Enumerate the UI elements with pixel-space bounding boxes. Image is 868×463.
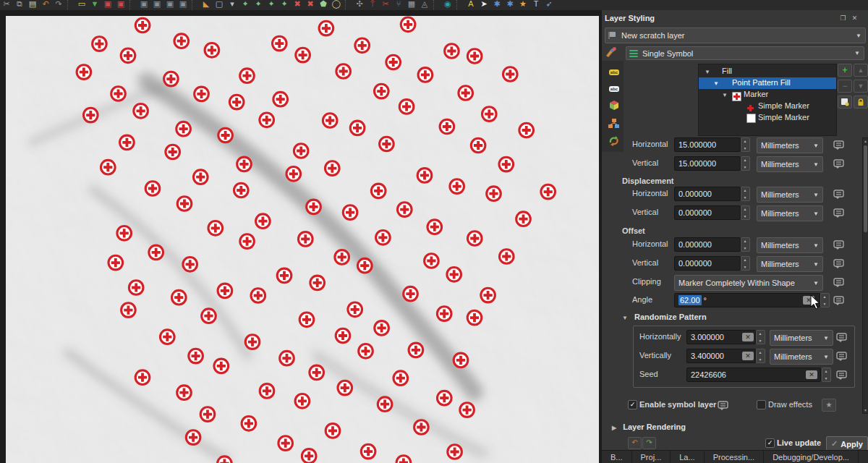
- settings-scrollbar[interactable]: ▲ ▼: [862, 137, 868, 414]
- displacement-horizontal-spinner[interactable]: [741, 187, 750, 201]
- clipping-select[interactable]: Marker Completely Within Shape▼: [674, 275, 823, 291]
- label-tool-icon[interactable]: ▣: [163, 0, 176, 10]
- angle-input[interactable]: 62.00 °: [674, 293, 820, 307]
- redo-icon[interactable]: ↷: [52, 0, 65, 10]
- tree-row-marker[interactable]: ▼ Marker: [699, 89, 836, 101]
- enable-symbol-layer-checkbox[interactable]: ✓: [628, 400, 637, 409]
- randomize-vertical-unit[interactable]: Millimeters▼: [770, 349, 833, 365]
- columns-icon[interactable]: ▦: [405, 0, 418, 10]
- size-vertical-spinner[interactable]: [741, 156, 750, 171]
- remove-layer-icon[interactable]: ✖: [291, 0, 304, 10]
- text-icon[interactable]: T: [529, 0, 542, 10]
- undo-icon[interactable]: ↶: [39, 0, 52, 10]
- globe-icon[interactable]: ◉: [441, 0, 454, 10]
- tree-row-fill[interactable]: ▼ Fill: [699, 66, 836, 77]
- new-layer-icon[interactable]: ✦: [239, 0, 252, 10]
- topology-icon[interactable]: ⑂: [392, 0, 405, 10]
- data-defined-override-icon[interactable]: [832, 138, 846, 151]
- digitize-icon[interactable]: ⍑: [366, 0, 379, 10]
- delta-icon[interactable]: ◬: [418, 0, 431, 10]
- displacement-vertical-spinner[interactable]: [741, 205, 750, 220]
- data-defined-override-icon[interactable]: [835, 368, 849, 381]
- tab-layers[interactable]: La...: [671, 451, 704, 463]
- tab-browser[interactable]: B...: [602, 451, 632, 463]
- lock-icon[interactable]: [854, 95, 868, 109]
- node-blue2-icon[interactable]: ✱: [503, 0, 516, 10]
- scrollbar-thumb[interactable]: [864, 145, 867, 232]
- clear-value-icon[interactable]: ✕: [742, 333, 754, 341]
- auto-label-icon[interactable]: A: [464, 0, 477, 10]
- vertex-tool-icon[interactable]: ✣: [353, 0, 366, 10]
- redo-style-button[interactable]: ↷: [642, 437, 656, 449]
- size-horizontal-unit[interactable]: Millimeters▼: [757, 137, 823, 153]
- move-down-button[interactable]: ▼: [854, 80, 868, 93]
- data-defined-override-icon[interactable]: [716, 399, 731, 412]
- data-defined-override-icon[interactable]: [835, 331, 849, 344]
- label-color-icon[interactable]: ▼: [88, 0, 101, 10]
- copy-icon[interactable]: ⧉: [13, 0, 26, 10]
- effects-star-icon[interactable]: ★: [822, 399, 836, 412]
- collapse-caret-icon[interactable]: ▼: [722, 92, 728, 98]
- offset-horizontal-input[interactable]: 0.000000: [674, 237, 741, 252]
- scroll-up-icon[interactable]: ▲: [863, 139, 868, 143]
- randomize-horizontal-unit[interactable]: Millimeters▼: [770, 330, 833, 346]
- size-vertical-input[interactable]: 15.000000: [674, 156, 741, 171]
- duplicate-button[interactable]: [838, 95, 852, 109]
- measure-icon[interactable]: ◣: [200, 0, 213, 10]
- add-symbol-layer-button[interactable]: +: [838, 64, 852, 77]
- new-gpx-icon[interactable]: ✦: [252, 0, 265, 10]
- dropdown2-icon[interactable]: ▾: [226, 0, 239, 10]
- cut-icon[interactable]: ✂: [0, 0, 13, 10]
- randomize-pattern-header[interactable]: ▼ Randomize Pattern: [622, 313, 707, 321]
- select-cursor-icon[interactable]: ➤: [477, 0, 490, 10]
- layer-rendering-header[interactable]: ▶ Layer Rendering: [612, 422, 686, 431]
- draw-effects-checkbox[interactable]: ✓: [757, 400, 766, 409]
- undo-style-button[interactable]: ↶: [628, 437, 642, 449]
- 3d-view-icon[interactable]: [606, 98, 622, 113]
- offset-vertical-spinner[interactable]: [741, 256, 750, 271]
- new-mesh-icon[interactable]: ✦: [265, 0, 278, 10]
- data-defined-override-icon[interactable]: [832, 157, 846, 170]
- star-icon[interactable]: ★: [516, 0, 529, 10]
- seed-spinner[interactable]: [822, 368, 831, 382]
- polygon-layer-icon[interactable]: ⬟: [317, 0, 330, 10]
- displacement-horizontal-unit[interactable]: Millimeters▼: [757, 187, 823, 203]
- node-blue-icon[interactable]: ✱: [490, 0, 503, 10]
- callouts-icon[interactable]: abc: [606, 82, 622, 96]
- layer-selector[interactable]: New scratch layer ▼: [605, 27, 866, 43]
- move-up-button[interactable]: ▲: [854, 64, 868, 77]
- label-tool2-icon[interactable]: ▣: [176, 0, 190, 10]
- offset-vertical-input[interactable]: 0.000000: [674, 256, 741, 271]
- label-pin-red2-icon[interactable]: ▣: [114, 0, 127, 10]
- offset-horizontal-spinner[interactable]: [741, 237, 750, 252]
- displacement-horizontal-input[interactable]: 0.000000: [674, 187, 741, 201]
- close-panel-icon[interactable]: ✕: [851, 14, 859, 22]
- offset-horizontal-unit[interactable]: Millimeters▼: [757, 237, 823, 253]
- collapse-caret-icon[interactable]: ▼: [713, 80, 719, 87]
- tree-row-point-pattern-fill[interactable]: ▼ Point Pattern Fill: [699, 77, 836, 89]
- move-label-icon[interactable]: ➶: [542, 0, 556, 10]
- data-defined-override-icon[interactable]: [832, 206, 846, 219]
- label-pin-red-icon[interactable]: ▣: [101, 0, 114, 10]
- diagrams-icon[interactable]: [606, 116, 622, 131]
- data-defined-override-icon[interactable]: [832, 238, 846, 251]
- new-shape-icon[interactable]: ✦: [278, 0, 291, 10]
- apply-button[interactable]: ✓ Apply: [826, 436, 868, 451]
- polygon-ring-icon[interactable]: ◯: [330, 0, 343, 10]
- data-defined-override-icon[interactable]: [832, 257, 846, 270]
- labels-icon[interactable]: abc: [606, 65, 622, 80]
- data-defined-override-icon[interactable]: [832, 187, 846, 200]
- tree-row-simple-marker-cross[interactable]: Simple Marker: [699, 101, 836, 112]
- clear-value-icon[interactable]: ✕: [742, 352, 754, 360]
- tab-processing[interactable]: Processin...: [705, 451, 764, 463]
- select-dropdown-icon[interactable]: ▢: [213, 0, 226, 10]
- tree-row-simple-marker-square[interactable]: Simple Marker: [699, 112, 836, 124]
- style-selector[interactable]: Single Symbol ▼: [626, 46, 864, 60]
- randomize-vertical-spinner[interactable]: [756, 349, 765, 363]
- seed-input[interactable]: 22426606: [686, 368, 821, 382]
- float-panel-icon[interactable]: ❐: [839, 14, 847, 22]
- offset-vertical-unit[interactable]: Millimeters▼: [757, 256, 823, 272]
- live-update-checkbox[interactable]: ✓: [765, 438, 775, 448]
- split-icon[interactable]: ✂: [379, 0, 392, 10]
- size-horizontal-input[interactable]: 15.000000: [674, 137, 741, 152]
